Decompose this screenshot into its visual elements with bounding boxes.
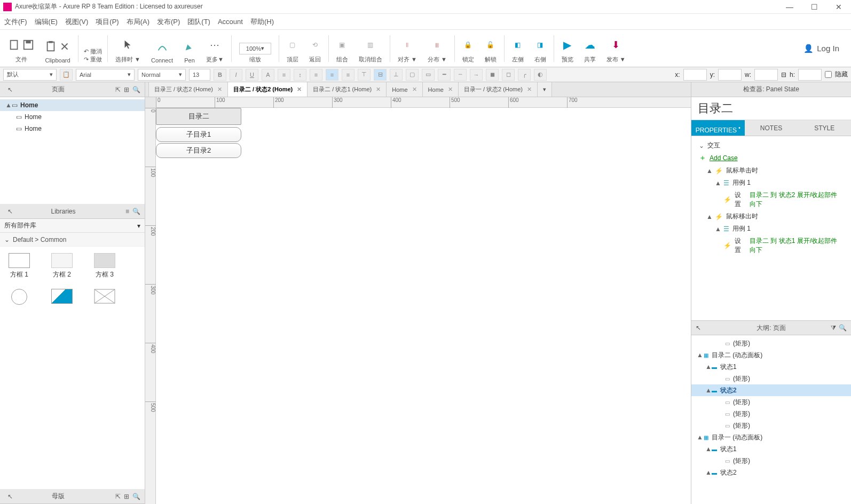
widget-circle[interactable] [4,289,34,308]
menu-view[interactable]: 视图(V) [65,17,88,27]
section-interactions[interactable]: ⌄交互 [691,139,851,152]
canvas-shape-sub1[interactable]: 子目录1 [156,127,241,142]
close-tab-icon[interactable]: ✕ [217,86,222,93]
w-input[interactable] [754,69,778,81]
menu-edit[interactable]: 编辑(E) [35,17,58,27]
corner-button[interactable]: ╭ [518,69,531,81]
y-input[interactable] [718,69,742,81]
outline-row[interactable]: ▭(矩形) [691,396,851,408]
menu-help[interactable]: 帮助(H) [250,17,274,27]
tool-file[interactable]: 文件 [3,32,40,66]
tool-publish[interactable]: ⬇发布 ▼ [601,32,631,66]
add-master-folder-button[interactable]: ⊞ [124,493,129,500]
close-tab-icon[interactable]: ✕ [412,86,417,93]
tab-2[interactable]: 目录二 / 状态1 (Home)✕ [307,82,387,97]
add-page-button[interactable]: ⇱ [115,86,121,93]
tool-more[interactable]: ⋯ 更多▼ [201,32,229,66]
opacity-button[interactable]: ◐ [534,69,547,81]
add-case-button[interactable]: ＋Add Case [691,152,851,164]
search-masters-button[interactable]: 🔍 [132,493,140,500]
line-width-button[interactable]: ━ [438,69,451,81]
collapse-icon[interactable]: ↖ [7,208,13,215]
font-color-button[interactable]: A [262,69,274,81]
tool-right[interactable]: ◨右侧 [529,32,551,66]
underline-button[interactable]: U [246,69,258,81]
action-row[interactable]: ⚡设置 目录二 到 状态1 展开/收起部件 向下 [691,235,851,256]
close-tab-icon[interactable]: ✕ [448,86,453,93]
page-row-home-2[interactable]: ▭Home [0,123,145,135]
align-right-button[interactable]: ≡ [342,69,354,81]
tab-properties[interactable]: PROPERTIES • [691,120,745,136]
lib-menu-button[interactable]: ≡ [125,208,129,215]
font-select[interactable]: Arial▾ [76,69,135,81]
maximize-button[interactable]: ☐ [802,0,826,14]
valign-top-button[interactable]: ⊤ [358,69,371,81]
tool-undo[interactable]: ↶ 撤消 ↷ 重做 [81,32,105,66]
menu-account[interactable]: Account [218,18,243,26]
widget-placeholder[interactable] [90,289,120,308]
tool-select[interactable]: 选择时 ▼ [110,32,146,66]
font-weight-select[interactable]: Normal▾ [138,69,186,81]
font-size-input[interactable]: 13 [189,69,210,81]
menu-layout[interactable]: 布局(A) [127,17,149,27]
menu-team[interactable]: 团队(T) [187,17,210,27]
outline-row[interactable]: ▲▦目录二 (动态面板) [691,349,851,361]
menu-file[interactable]: 文件(F) [4,17,27,27]
page-row-home[interactable]: ▲▭Home [0,99,145,111]
outline-row[interactable]: ▲▬状态2 [691,467,851,478]
h-input[interactable] [798,69,822,81]
add-folder-button[interactable]: ⊞ [124,86,129,93]
search-lib-button[interactable]: 🔍 [132,208,140,215]
line-style-button[interactable]: ┄ [454,69,467,81]
tool-pen[interactable]: Pen [178,32,201,66]
fill-button[interactable]: ▢ [406,69,419,81]
case-row[interactable]: ▲☰用例 1 [691,223,851,235]
x-input[interactable] [683,69,707,81]
action-row[interactable]: ⚡设置 目录二 到 状态2 展开/收起部件 向下 [691,189,851,210]
tool-clipboard[interactable]: Clipboard [40,32,76,66]
shadow-inner-button[interactable]: ◻ [502,69,515,81]
outline-row[interactable]: ▲▦目录一 (动态面板) [691,431,851,443]
search-outline-button[interactable]: 🔍 [839,324,847,332]
align-left-button[interactable]: ≡ [310,69,322,81]
canvas[interactable]: 目录二 子目录1 子目录2 [156,108,691,504]
canvas-shape-sub2[interactable]: 子目录2 [156,143,241,158]
italic-button[interactable]: I [230,69,242,81]
event-onmouseout[interactable]: ▲⚡鼠标移出时 [691,210,851,223]
outline-row[interactable]: ▲▬状态2 [691,384,851,396]
tab-notes[interactable]: NOTES [745,120,798,136]
close-tab-icon[interactable]: ✕ [376,86,381,93]
tool-connect[interactable]: Connect [146,32,178,66]
outline-row[interactable]: ▭(矩形) [691,408,851,420]
close-tab-icon[interactable]: ✕ [527,86,532,93]
shadow-outer-button[interactable]: ◼ [486,69,499,81]
filter-button[interactable]: ⧩ [831,324,836,332]
outline-row[interactable]: ▲▬状态1 [691,361,851,373]
widget-box2[interactable]: 方框 2 [47,253,77,279]
widget-box1[interactable]: 方框 1 [4,253,34,279]
tab-1[interactable]: 目录二 / 状态2 (Home)✕ [227,82,308,97]
tab-4[interactable]: Home✕ [422,82,459,97]
login-button[interactable]: 👤Log In [803,44,839,53]
event-onclick[interactable]: ▲⚡鼠标单击时 [691,164,851,177]
menu-publish[interactable]: 发布(P) [157,17,180,27]
minimize-button[interactable]: — [777,0,802,14]
tab-3[interactable]: Home✕ [386,82,422,97]
case-row[interactable]: ▲☰用例 1 [691,177,851,189]
library-group[interactable]: ⌄Default > Common [0,233,145,247]
tab-5[interactable]: 目录一 / 状态2 (Home)✕ [458,82,538,97]
widget-image[interactable] [47,289,77,308]
tool-share[interactable]: ☁共享 [579,32,601,66]
style-name-select[interactable]: 默认▾ [3,69,57,81]
tool-zoom[interactable]: 100% ▾ 缩放 [234,32,277,66]
bold-button[interactable]: B [214,69,226,81]
close-button[interactable]: ✕ [826,0,851,14]
valign-bot-button[interactable]: ⊥ [390,69,403,81]
collapse-icon[interactable]: ↖ [7,493,13,500]
copy-style-button[interactable]: 📋 [60,69,73,81]
outline-row[interactable]: ▭(矩形) [691,420,851,431]
page-row-home-1[interactable]: ▭Home [0,111,145,123]
tab-overflow-button[interactable]: ▾ [537,82,552,97]
tab-0[interactable]: 目录三 / 状态2 (Home)✕ [148,82,228,97]
lock-aspect-icon[interactable]: ⊟ [781,71,786,78]
